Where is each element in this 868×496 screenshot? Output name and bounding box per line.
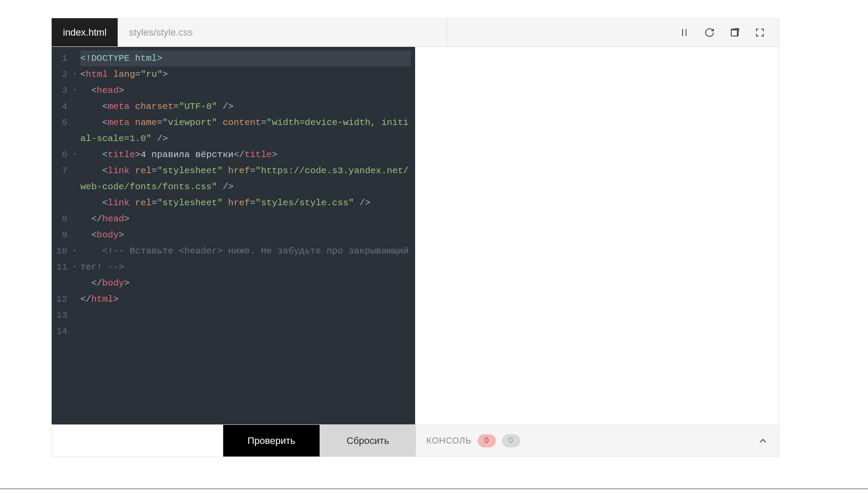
line-number: 3 xyxy=(52,82,72,99)
tab-styles-style-css[interactable]: styles/style.css xyxy=(118,18,204,46)
check-button[interactable]: Проверить xyxy=(223,425,320,457)
code-line[interactable]: </head> xyxy=(80,211,411,227)
code-line[interactable]: <meta charset="UTF-8" /> xyxy=(80,99,411,115)
line-number: 1 xyxy=(52,50,72,66)
preview-pane xyxy=(415,47,779,424)
line-number: 6 xyxy=(52,147,72,163)
code-line[interactable]: <meta name="viewport" content="width=dev… xyxy=(80,115,411,147)
error-count-badge: 0 xyxy=(478,434,496,447)
code-line[interactable]: </html> xyxy=(80,291,411,307)
svg-rect-5 xyxy=(731,30,737,36)
line-number: 4 xyxy=(52,99,72,115)
fold-toggle-icon[interactable]: ▾ xyxy=(72,82,78,99)
fold-toggle-icon[interactable]: ▾ xyxy=(72,243,78,259)
bottombar-spacer xyxy=(52,425,223,457)
bottombar: Проверить Сбросить КОНСОЛЬ 0 0 xyxy=(52,424,779,457)
console-panel-header[interactable]: КОНСОЛЬ 0 0 xyxy=(416,425,520,457)
code-line[interactable]: <body> xyxy=(80,227,411,243)
fold-spacer xyxy=(72,211,78,227)
chevron-up-icon[interactable] xyxy=(747,425,779,457)
pause-icon[interactable] xyxy=(678,26,690,39)
line-number: 9 xyxy=(52,227,72,243)
topbar: index.htmlstyles/style.css xyxy=(52,18,779,47)
line-number: 13 xyxy=(52,307,72,323)
fold-spacer xyxy=(72,99,78,115)
fold-toggle-icon[interactable]: ▾ xyxy=(72,147,78,163)
toolbar-actions xyxy=(678,18,779,46)
fold-spacer xyxy=(72,323,78,339)
code-line[interactable]: </body> xyxy=(80,275,411,291)
fold-toggle-icon[interactable]: ▾ xyxy=(72,259,78,275)
warning-count-badge: 0 xyxy=(502,434,520,447)
topbar-divider xyxy=(447,18,448,47)
code-line[interactable]: <!-- Вставьте <header> ниже. Не забудьте… xyxy=(80,243,411,275)
page-divider xyxy=(0,489,868,489)
app-root: index.htmlstyles/style.css 12345 67 8910… xyxy=(52,18,779,457)
line-number: 7 xyxy=(52,163,72,179)
code-editor[interactable]: 12345 67 891011 121314 ▾▾▾▾▾ <!DOCTYPE h… xyxy=(52,47,415,424)
line-number: 2 xyxy=(52,66,72,82)
fold-spacer xyxy=(72,307,78,323)
line-number: 5 xyxy=(52,115,72,131)
code-line[interactable]: <link rel="stylesheet" href="https://cod… xyxy=(80,163,411,195)
line-number: 11 xyxy=(52,259,72,275)
fold-spacer xyxy=(72,227,78,243)
fold-gutter: ▾▾▾▾▾ xyxy=(72,47,78,424)
tab-index-html[interactable]: index.html xyxy=(52,18,118,46)
code-line[interactable]: <title>4 правила вёрстки</title> xyxy=(80,147,411,163)
code-line[interactable]: <!DOCTYPE html> xyxy=(80,50,411,66)
line-number: 12 xyxy=(52,291,72,307)
code-content[interactable]: <!DOCTYPE html><html lang="ru"> <head> <… xyxy=(78,47,415,424)
line-number: 14 xyxy=(52,323,72,339)
code-line[interactable]: <link rel="stylesheet" href="styles/styl… xyxy=(80,195,411,211)
code-line[interactable]: <html lang="ru"> xyxy=(80,66,411,82)
line-number: 8 xyxy=(52,211,72,227)
fold-spacer xyxy=(72,115,78,131)
fold-spacer xyxy=(72,291,78,307)
file-tabs: index.htmlstyles/style.css xyxy=(52,18,204,46)
fold-spacer xyxy=(72,163,78,179)
line-number: 10 xyxy=(52,243,72,259)
fold-toggle-icon[interactable]: ▾ xyxy=(72,66,78,82)
fold-spacer xyxy=(72,50,78,66)
console-label: КОНСОЛЬ xyxy=(426,436,472,446)
code-line[interactable]: <head> xyxy=(80,82,411,99)
fullscreen-icon[interactable] xyxy=(754,26,766,39)
reload-icon[interactable] xyxy=(703,26,716,39)
main-split: 12345 67 891011 121314 ▾▾▾▾▾ <!DOCTYPE h… xyxy=(52,47,779,424)
code-line[interactable] xyxy=(80,307,411,323)
line-gutter: 12345 67 891011 121314 xyxy=(52,47,72,424)
open-new-tab-icon[interactable] xyxy=(729,26,741,39)
reset-button[interactable]: Сбросить xyxy=(320,425,416,457)
